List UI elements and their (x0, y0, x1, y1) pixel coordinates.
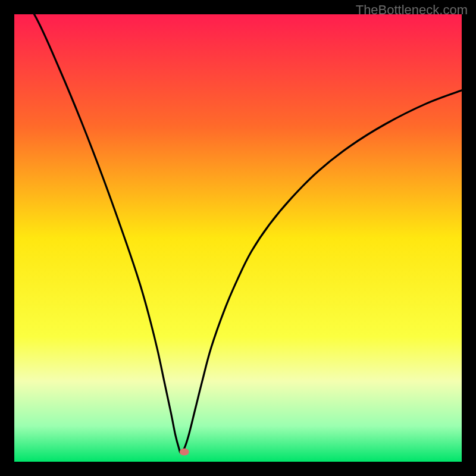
notch-marker (180, 448, 189, 455)
chart-container: TheBottleneck.com (0, 0, 476, 476)
chart-svg (14, 14, 462, 462)
watermark-text: TheBottleneck.com (356, 2, 468, 18)
plot-area (14, 14, 462, 462)
gradient-background (14, 14, 462, 462)
